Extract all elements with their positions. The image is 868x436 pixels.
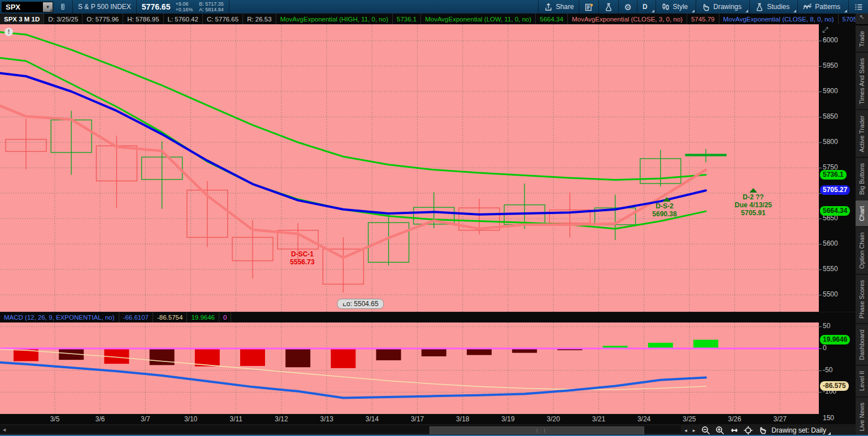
price-tick-5550: 5550 xyxy=(823,265,838,273)
hand-drag-button[interactable] xyxy=(757,425,767,435)
ohlc-close: C: 5776.65 xyxy=(203,14,243,24)
hand-pointer-icon xyxy=(701,2,710,11)
date-tick-3-27: 3/27 xyxy=(774,415,787,423)
price-chart-pane[interactable]: 6000595059005850580057505700565056005550… xyxy=(0,24,856,312)
macd-segment-2: -86.5754 xyxy=(153,312,187,322)
macd-hist-bar-6 xyxy=(285,348,310,367)
tick-mark xyxy=(819,168,822,168)
macd-hist-bar-8 xyxy=(376,348,401,360)
price-tick-5950: 5950 xyxy=(823,62,838,69)
macd-hist-bar-4 xyxy=(195,348,220,367)
page-back-button[interactable]: ◂ xyxy=(684,428,689,433)
flask-icon xyxy=(755,2,764,11)
symbol-input[interactable]: SPX xyxy=(2,3,43,11)
bid-ask-block: B: 5717.35 A: 5814.84 xyxy=(198,0,229,14)
sidebar-tab-level-ii[interactable]: Level II xyxy=(856,365,868,396)
chart-info-bar: SPX 3 M 1D D: 3/25/25 O: 5775.96 H: 5786… xyxy=(0,14,856,24)
price-change-percent: +0.16% xyxy=(175,7,193,12)
sidebar-tab-times-and-sales[interactable]: Times And Sales xyxy=(856,52,868,110)
date-tick-3-13: 3/13 xyxy=(320,415,333,423)
macd-hist-bar-3 xyxy=(150,348,175,365)
date-tick-3-12: 3/12 xyxy=(275,415,288,423)
auto-fit-icon[interactable]: ⤢ xyxy=(822,25,828,34)
page-forward-button[interactable]: ▸ xyxy=(693,428,697,433)
sidebar-tab-chart[interactable]: Chart xyxy=(856,200,868,226)
flask-icon xyxy=(604,2,613,11)
thinkorswim-chart-window: SPX ▼ S & P 500 INDEX 5776.65 +9.08 +0.1… xyxy=(0,0,868,436)
date-tick-3-14: 3/14 xyxy=(366,415,379,423)
symbol-dropdown-button[interactable]: ▼ xyxy=(43,2,53,12)
macd-tick--50: -50 xyxy=(823,366,832,374)
price-tick-6000: 6000 xyxy=(823,36,838,44)
pan-horizontal-button[interactable] xyxy=(729,425,739,435)
sidebar-cursor-icon[interactable]: ↖ xyxy=(856,14,868,25)
price-chart[interactable] xyxy=(0,24,819,312)
studies-button[interactable]: Studies xyxy=(750,0,797,14)
chart-notes-button[interactable] xyxy=(579,0,598,14)
crosshair-mode-button[interactable] xyxy=(743,425,753,435)
macd-bubble--86.575: -86.575 xyxy=(820,381,849,391)
price-tick-5900: 5900 xyxy=(823,87,838,95)
share-button[interactable]: Share xyxy=(539,0,579,14)
style-button[interactable]: Style xyxy=(656,0,696,14)
scrollbar-grip xyxy=(537,429,545,433)
date-tick-3-5: 3/5 xyxy=(50,415,60,423)
ohlc-low: L: 5760.42 xyxy=(164,14,203,24)
date-tick-3-18: 3/18 xyxy=(456,415,469,423)
study-value-0: 5736.1 xyxy=(393,14,421,24)
price-change: +9.08 xyxy=(175,1,193,7)
ohlc-high: H: 5786.95 xyxy=(123,14,163,24)
timeframe-button[interactable]: D xyxy=(637,0,656,14)
link-charts-button[interactable] xyxy=(53,0,72,14)
right-gadget-sidebar: ↖ TradeTimes And SalesActive TraderBig B… xyxy=(856,14,868,436)
patterns-button[interactable]: Patterns xyxy=(798,0,848,14)
macd-chart[interactable] xyxy=(0,322,819,414)
annotation-d-s-2: D-S-25690.38 xyxy=(652,202,676,218)
macd-pane[interactable]: 500-50-10019.9646-86.575 xyxy=(0,322,856,414)
candle-15 xyxy=(685,154,726,156)
date-tick-3-26: 3/26 xyxy=(728,415,741,423)
scrollbar-thumb[interactable] xyxy=(429,426,644,434)
chart-alert-icon[interactable]: ! xyxy=(5,28,13,36)
study-value-2: 5745.79 xyxy=(687,14,719,24)
sidebar-tab-trade[interactable]: Trade xyxy=(856,25,868,52)
zoom-out-button[interactable] xyxy=(701,425,711,435)
macd-hist-bar-5 xyxy=(240,348,265,366)
tick-mark xyxy=(819,91,822,92)
tick-mark xyxy=(819,244,822,245)
chart-menu-button[interactable] xyxy=(849,0,868,14)
tick-mark xyxy=(819,326,822,327)
top-toolbar: SPX ▼ S & P 500 INDEX 5776.65 +9.08 +0.1… xyxy=(0,0,868,14)
drawings-button[interactable]: Drawings xyxy=(696,0,749,14)
drawing-set-selector[interactable]: Drawing set: Daily xyxy=(771,426,831,434)
price-bubble-5664.34: 5664.34 xyxy=(820,206,850,216)
study-label-3: MovAvgExponential (CLOSE, 8, 0, no) xyxy=(719,14,839,24)
quick-study-button[interactable] xyxy=(599,0,618,14)
macd-info-bar: MACD (12, 26, 9, EXPONENTIAL, no)-66.610… xyxy=(0,312,856,322)
sidebar-tab-option-chain[interactable]: Option Chain xyxy=(856,226,868,274)
change-block: +9.08 +0.16% xyxy=(175,0,198,14)
date-tick-3-17: 3/17 xyxy=(411,415,424,423)
macd-segment-1: -66.6107 xyxy=(119,312,153,322)
sidebar-tab-phase-scores[interactable]: Phase Scores xyxy=(856,274,868,324)
price-tick-5500: 5500 xyxy=(823,290,838,298)
scroll-left-arrow[interactable]: ◄ xyxy=(2,427,7,433)
chart-settings-button[interactable]: ⚙ xyxy=(619,0,636,14)
chart-controls: ◂ ▸ Drawing set: Daily xyxy=(681,424,831,436)
symbol-combo[interactable]: SPX ▼ xyxy=(2,2,53,12)
sidebar-tab-active-trader[interactable]: Active Trader xyxy=(856,110,868,158)
sidebar-tab-live-news[interactable]: Live News xyxy=(856,396,868,436)
annotation-d-sc-1: D-SC-15556.73 xyxy=(290,250,314,266)
zoom-in-button[interactable] xyxy=(715,425,725,435)
study-value-1: 5664.34 xyxy=(536,14,568,24)
date-axis[interactable]: 3/53/63/73/103/113/123/133/143/173/183/1… xyxy=(0,414,856,424)
study-value-3: 5705.27 xyxy=(839,14,856,24)
sidebar-tab-dashboard[interactable]: Dashboard xyxy=(856,324,868,365)
ohlc-range: R: 26.53 xyxy=(243,14,276,24)
macd-tick-50: 50 xyxy=(823,322,830,330)
gear-icon: ⚙ xyxy=(624,3,631,11)
sidebar-tab-big-buttons[interactable]: Big Buttons xyxy=(856,157,868,200)
study-label-0: MovAvgExponential (HIGH, 11, 0, no) xyxy=(276,14,393,24)
ohlc-date: D: 3/25/25 xyxy=(44,14,83,24)
date-tick-3-24: 3/24 xyxy=(637,415,650,423)
